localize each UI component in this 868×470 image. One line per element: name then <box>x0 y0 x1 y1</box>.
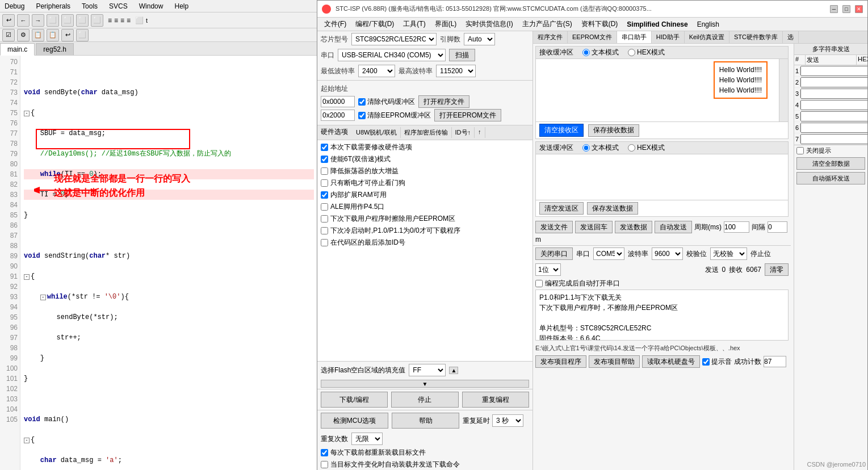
win-close-btn[interactable]: ✕ <box>855 5 863 13</box>
expand-73[interactable]: - <box>24 111 30 116</box>
save-send-btn[interactable]: 保存发送数据 <box>587 202 638 215</box>
menu-svcs[interactable]: SVCS <box>107 2 130 11</box>
parity-select[interactable]: 无校验 <box>710 247 747 260</box>
recv-hex-radio[interactable] <box>628 49 635 56</box>
menu-window[interactable]: Window <box>137 2 166 11</box>
menu-tools[interactable]: Tools <box>79 2 100 11</box>
reload-check[interactable] <box>321 449 328 456</box>
clear-all-btn[interactable]: 清空全部数据 <box>796 157 865 170</box>
hw-opt-4-check[interactable] <box>321 191 328 199</box>
repeat-delay-select[interactable]: 3 秒 <box>492 414 523 427</box>
detect-btn[interactable]: 检测MCU选项 <box>321 413 388 429</box>
stc-menu-download[interactable]: 资料下载(D) <box>579 19 620 30</box>
close-tip-check[interactable] <box>796 147 804 154</box>
stc-menu-supply[interactable]: 实时供货信息(I) <box>463 19 515 30</box>
publish-btn[interactable]: 发布项目程序 <box>535 355 586 368</box>
tip-sound-check[interactable] <box>702 358 710 366</box>
hw-tab-u8w[interactable]: U8W脱机/联机 <box>353 127 401 138</box>
tab-hid-assistant[interactable]: HID助手 <box>652 31 685 43</box>
open-program-btn[interactable]: 打开程序文件 <box>418 95 469 108</box>
toolbar-back[interactable]: ↩ <box>2 14 15 27</box>
win-minimize-btn[interactable]: ─ <box>830 5 838 13</box>
auto-open-check[interactable] <box>535 280 543 287</box>
tab-main-c[interactable]: main.c <box>0 43 35 56</box>
win-maximize-btn[interactable]: □ <box>842 5 850 13</box>
stc-menu-file[interactable]: 文件(F) <box>322 19 349 30</box>
toolbar-btn2[interactable]: ⬜ <box>61 14 74 27</box>
repeat-count-select[interactable]: 无限 <box>351 433 383 445</box>
baud-select[interactable]: 9600 <box>652 247 683 260</box>
hw-opt-7-check[interactable] <box>321 227 328 234</box>
hw-tab-encrypt[interactable]: 程序加密后传输 <box>401 127 452 138</box>
tab-stc-math[interactable]: STC硬件数学库 <box>729 31 783 43</box>
tab-reg52-h[interactable]: reg52.h <box>36 43 74 55</box>
tab-program-file[interactable]: 程序文件 <box>533 31 568 43</box>
scroll-up[interactable]: ▲ <box>449 367 458 374</box>
toolbar-btn1[interactable]: ⬜ <box>47 14 59 27</box>
menu-debug[interactable]: Debug <box>2 2 27 11</box>
ms-input-2[interactable] <box>800 77 867 87</box>
interval-input[interactable] <box>768 221 787 233</box>
stc-menu-ad[interactable]: 主力产品广告(S) <box>520 19 575 30</box>
auto-loop-btn[interactable]: 自动循环发送 <box>796 172 865 184</box>
send-hex-mode[interactable]: HEX模式 <box>628 143 665 153</box>
recv-hex-mode[interactable]: HEX模式 <box>628 48 665 57</box>
auto-load-check[interactable] <box>321 461 328 468</box>
tab-serial-assistant[interactable]: 串口助手 <box>617 31 652 43</box>
addr2-check[interactable]: 清除EEPROM缓冲区 <box>358 111 431 120</box>
stc-menu-program[interactable]: 编程/下载(D) <box>353 19 396 30</box>
port-select[interactable]: USB-SERIAL CH340 (COM5) <box>338 49 446 61</box>
recv-text-mode[interactable]: 文本模式 <box>582 48 619 57</box>
ms-input-4[interactable] <box>800 100 867 110</box>
help-btn[interactable]: 帮助 <box>392 413 459 429</box>
tab-eeprom-file[interactable]: EEPROM文件 <box>568 31 617 43</box>
toolbar2-btn3[interactable]: 📋 <box>32 29 44 41</box>
toolbar2-btn6[interactable]: ⬜ <box>76 29 89 41</box>
send-file-btn[interactable]: 发送文件 <box>535 221 573 233</box>
recv-text-radio[interactable] <box>582 49 590 56</box>
recv-text-area[interactable]: Hello World!!!! Hello World!!!! Hello Wo… <box>536 59 779 121</box>
stop-bit-select[interactable]: 1位 <box>535 263 561 276</box>
send-enter-btn[interactable]: 发送回车 <box>575 221 613 233</box>
close-port-btn[interactable]: 关闭串口 <box>535 247 573 260</box>
download-btn[interactable]: 下载/编程 <box>321 392 388 408</box>
tip-sound-label[interactable]: 提示音 <box>702 357 732 367</box>
addr2-checkbox[interactable] <box>358 112 366 119</box>
save-recv-btn[interactable]: 保存接收数据 <box>588 124 639 137</box>
scan-button[interactable]: 扫描 <box>449 49 475 61</box>
menu-peripherals[interactable]: Peripherals <box>33 2 73 11</box>
expand-91[interactable]: - <box>24 438 30 443</box>
com-select[interactable]: COM5 <box>593 247 624 260</box>
ms-input-3[interactable] <box>800 89 867 99</box>
toolbar2-btn5[interactable]: ↩ <box>61 29 74 41</box>
hw-opt-2-check[interactable] <box>321 167 328 175</box>
open-eeprom-btn[interactable]: 打开EEPROM文件 <box>434 109 501 121</box>
pull-select[interactable]: Auto <box>464 33 495 45</box>
expand-82[interactable]: - <box>24 274 30 280</box>
clear-recv-btn[interactable]: 清空接收区 <box>539 124 584 137</box>
period-input[interactable] <box>724 221 749 233</box>
read-disk-btn[interactable]: 读取本机硬盘号 <box>642 355 700 368</box>
addr2-input[interactable] <box>321 110 355 121</box>
toolbar-btn4[interactable]: ⬜ <box>91 14 103 27</box>
code-content[interactable]: void sendByte(char data_msg) -{ SBUF = d… <box>20 56 317 470</box>
send-hex-radio[interactable] <box>628 144 635 152</box>
chip-select[interactable]: STC89C52RC/LE52RC <box>351 33 437 45</box>
hw-opt-5-check[interactable] <box>321 203 328 211</box>
clear-count-btn[interactable]: 清零 <box>765 263 789 276</box>
hw-opt-1-check[interactable] <box>321 156 328 163</box>
hw-tab-up[interactable]: ↑ <box>475 127 485 138</box>
toolbar2-btn4[interactable]: 📋 <box>47 29 59 41</box>
stc-menu-chinese[interactable]: Simplified Chinese <box>624 20 690 29</box>
send-text-radio[interactable] <box>582 144 590 152</box>
ms-input-1[interactable] <box>800 66 867 76</box>
send-text-mode[interactable]: 文本模式 <box>582 143 619 153</box>
stop-btn[interactable]: 停止 <box>391 392 458 408</box>
addr1-input[interactable] <box>321 96 355 107</box>
tab-keil-sim[interactable]: Keil仿真设置 <box>685 31 729 43</box>
toolbar2-btn1[interactable]: ☑ <box>2 29 15 41</box>
stc-menu-interface[interactable]: 界面(L) <box>433 19 459 30</box>
flash-fill-select[interactable]: FF <box>409 364 446 376</box>
clear-send-btn[interactable]: 清空发送区 <box>539 202 584 215</box>
expand-83[interactable]: - <box>40 295 46 300</box>
